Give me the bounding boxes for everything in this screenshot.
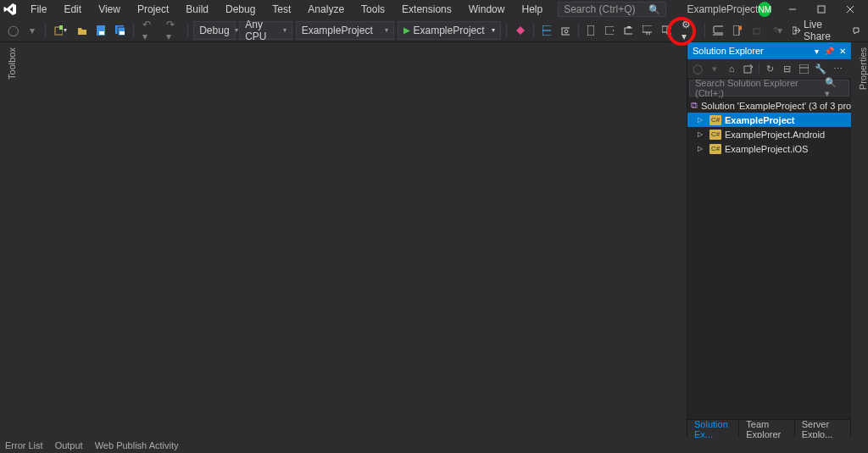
properties-icon[interactable]: 🔧 [814, 62, 827, 75]
menu-debug[interactable]: Debug [217, 2, 264, 17]
close-button[interactable] [836, 0, 865, 19]
panel-menu-icon[interactable]: ▾ [815, 47, 819, 56]
svg-rect-5 [59, 25, 62, 30]
start-debugging-button[interactable]: ▶ExampleProject▾ [398, 21, 501, 40]
navigate-fwd-button[interactable]: ▾ [25, 21, 40, 40]
menu-view[interactable]: View [90, 2, 129, 17]
config-dropdown[interactable]: Debug▾ [193, 21, 236, 40]
menu-help[interactable]: Help [513, 2, 551, 17]
svg-rect-7 [99, 31, 104, 35]
svg-rect-13 [562, 28, 570, 35]
undo-button[interactable]: ↶ ▾ [139, 21, 159, 40]
svg-rect-32 [799, 64, 809, 74]
fwd-icon[interactable]: ▾ [708, 62, 721, 75]
tab-output[interactable]: Output [55, 440, 83, 450]
standard-toolbar: ◯ ▾ ▾ ↶ ▾ ↷ ▾ Debug▾ Any CPU▾ ExamplePro… [0, 19, 868, 42]
expand-arrow-icon[interactable]: ▷ [698, 130, 706, 138]
save-all-button[interactable] [112, 21, 128, 40]
show-all-icon[interactable] [797, 62, 810, 75]
archive-icon[interactable] [748, 21, 764, 40]
navigate-back-button[interactable]: ◯ [5, 21, 21, 40]
tab-server-explorer[interactable]: Server Explo... [795, 420, 851, 438]
window-controls [778, 0, 865, 19]
device-desktop-icon[interactable] [639, 21, 655, 40]
publish-icon[interactable]: ▾ [767, 21, 787, 40]
solution-icon: ⧉ [691, 101, 698, 111]
separator [533, 23, 534, 38]
solution-explorer-header[interactable]: Solution Explorer ▾ 📌 ✕ [687, 42, 851, 59]
screenshot-icon[interactable] [558, 21, 573, 40]
open-file-button[interactable] [74, 21, 90, 40]
menu-project[interactable]: Project [129, 2, 177, 17]
xaml-hot-reload-icon[interactable] [511, 21, 527, 40]
main-area: Toolbox Solution Explorer ▾ 📌 ✕ ◯ ▾ ⌂ ↻ … [0, 42, 868, 438]
menu-analyze[interactable]: Analyze [299, 2, 353, 17]
project-node-ios[interactable]: ▷ C# ExampleProject.iOS [687, 141, 851, 156]
svg-point-17 [613, 30, 614, 31]
preview-icon[interactable]: ⋯ [831, 62, 844, 75]
startup-project-dropdown[interactable]: ExampleProject▾ [296, 21, 394, 40]
separator [45, 23, 46, 38]
tab-solution-explorer[interactable]: Solution Ex... [687, 420, 739, 438]
new-project-button[interactable]: ▾ [50, 21, 70, 40]
global-search-input[interactable]: Search (Ctrl+Q) 🔍 [558, 2, 666, 17]
solution-tree[interactable]: ⧉ Solution 'ExampleProject' (3 of 3 proj… [687, 98, 851, 419]
svg-point-14 [565, 30, 568, 33]
bottom-panel-tabs: Error List Output Web Publish Activity [0, 438, 868, 453]
right-panel-tabs: Solution Ex... Team Explorer Server Expl… [687, 419, 851, 438]
expand-arrow-icon[interactable]: ▷ [698, 116, 706, 124]
project-node-example[interactable]: ▷ C# ExampleProject [687, 113, 851, 127]
svg-rect-20 [643, 25, 652, 32]
home-icon[interactable]: ⌂ [725, 62, 738, 75]
menu-test[interactable]: Test [264, 2, 299, 17]
live-visual-tree-icon[interactable] [539, 21, 554, 40]
tab-error-list[interactable]: Error List [5, 440, 43, 450]
menu-edit[interactable]: Edit [55, 2, 90, 17]
back-icon[interactable]: ◯ [691, 62, 704, 75]
vs-logo-icon [3, 1, 17, 18]
live-share-button[interactable]: Live Share [789, 19, 843, 42]
project-node-android[interactable]: ▷ C# ExampleProject.Android [687, 127, 851, 141]
separator [187, 23, 188, 38]
platform-dropdown[interactable]: Any CPU▾ [239, 21, 292, 40]
save-button[interactable] [93, 21, 108, 40]
expand-arrow-icon[interactable]: ▷ [698, 145, 706, 152]
sync-icon[interactable] [742, 62, 755, 75]
tab-team-explorer[interactable]: Team Explorer [739, 420, 794, 438]
csharp-project-icon: C# [709, 115, 721, 125]
pair-mac-icon[interactable] [709, 21, 726, 40]
properties-tab[interactable]: Properties [851, 42, 868, 438]
svg-rect-15 [587, 25, 594, 36]
settings-gear-icon[interactable]: ⚙ ▾ [678, 21, 698, 40]
maximize-button[interactable] [807, 0, 836, 19]
solution-node[interactable]: ⧉ Solution 'ExampleProject' (3 of 3 proj… [687, 98, 851, 113]
csharp-project-icon: C# [709, 144, 721, 154]
svg-rect-10 [120, 31, 125, 35]
redo-button[interactable]: ↷ ▾ [163, 21, 183, 40]
menu-build[interactable]: Build [177, 2, 217, 17]
device-phone-icon[interactable] [583, 21, 598, 40]
menu-window[interactable]: Window [460, 2, 514, 17]
pin-icon[interactable]: 📌 [824, 47, 834, 56]
collapse-icon[interactable]: ⊟ [780, 62, 793, 75]
feedback-icon[interactable] [848, 21, 863, 40]
separator [759, 63, 760, 75]
menu-file[interactable]: File [22, 2, 55, 17]
solution-search-input[interactable]: Search Solution Explorer (Ctrl+;) 🔍 ▾ [689, 80, 849, 97]
svg-rect-27 [733, 25, 739, 36]
device-camera-icon[interactable] [620, 21, 636, 40]
minimize-button[interactable] [778, 0, 807, 19]
toolbox-tab[interactable]: Toolbox [0, 42, 17, 438]
device-log-icon[interactable] [730, 21, 745, 40]
close-icon[interactable]: ✕ [839, 47, 846, 56]
tab-web-publish[interactable]: Web Publish Activity [95, 440, 179, 450]
device-multi-icon[interactable] [659, 21, 675, 40]
menu-extensions[interactable]: Extensions [393, 2, 460, 17]
svg-rect-25 [714, 26, 722, 33]
solution-explorer-toolbar: ◯ ▾ ⌂ ↻ ⊟ 🔧 ⋯ [687, 59, 851, 78]
svg-rect-16 [605, 26, 614, 35]
refresh-icon[interactable]: ↻ [763, 62, 776, 75]
device-tablet-icon[interactable] [602, 21, 617, 40]
menu-tools[interactable]: Tools [353, 2, 393, 17]
user-avatar[interactable]: NM [758, 2, 771, 17]
